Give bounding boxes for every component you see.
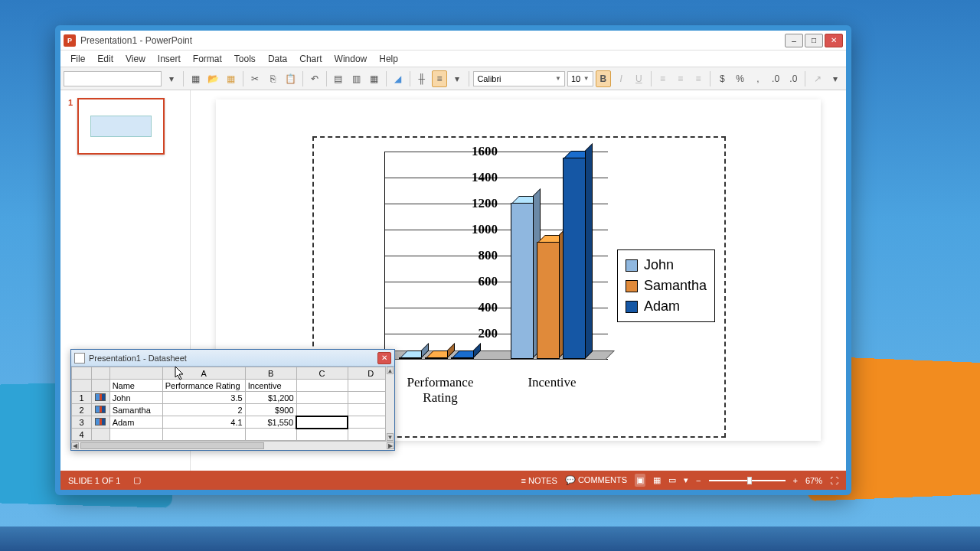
maximize-button[interactable] (805, 34, 823, 47)
y-axis-tick: 1200 (472, 196, 498, 211)
chart-bar (511, 203, 534, 359)
increase-decimal-icon[interactable]: .0 (768, 70, 783, 87)
cell[interactable] (162, 429, 245, 441)
italic-button[interactable]: I (613, 70, 629, 87)
cell[interactable]: $1,200 (245, 392, 296, 404)
chart-bar (399, 357, 422, 359)
menu-data[interactable]: Data (263, 52, 292, 66)
chart-bar (451, 357, 474, 359)
data-table-icon[interactable]: ▦ (366, 70, 381, 87)
more-options-icon[interactable]: ▾ (828, 70, 843, 87)
row-header[interactable]: 2 (72, 404, 92, 416)
name-box[interactable] (64, 71, 162, 86)
align-right-icon[interactable]: ≡ (691, 70, 706, 87)
more-icon[interactable]: ▾ (449, 70, 465, 87)
menu-view[interactable]: View (120, 52, 151, 66)
cell[interactable] (296, 392, 348, 404)
copy-icon[interactable]: ⎘ (265, 70, 280, 87)
chart-bar (563, 158, 586, 360)
zoom-out-button[interactable]: − (696, 476, 701, 485)
value-axis-gridlines-icon[interactable]: ≡ (432, 70, 447, 87)
cell[interactable]: Incentive (245, 380, 296, 392)
windows-taskbar[interactable] (0, 527, 980, 551)
comma-icon[interactable]: , (750, 70, 766, 87)
cell[interactable]: $1,550 (245, 416, 296, 429)
slide-thumbnail[interactable] (77, 98, 165, 155)
row-header[interactable]: 1 (72, 392, 92, 404)
cell[interactable] (245, 429, 296, 441)
cell[interactable]: $900 (245, 404, 296, 416)
cell[interactable] (296, 416, 348, 429)
row-header[interactable]: 4 (72, 429, 92, 441)
reading-view-icon[interactable]: ▭ (668, 475, 676, 485)
menu-window[interactable]: Window (329, 52, 373, 66)
menu-file[interactable]: File (65, 52, 90, 66)
normal-view-icon[interactable]: ▣ (635, 474, 645, 487)
horizontal-scrollbar[interactable]: ◀ ▶ (71, 441, 394, 450)
minimize-button[interactable] (785, 34, 803, 47)
category-axis-gridlines-icon[interactable]: ╫ (414, 70, 430, 87)
menu-insert[interactable]: Insert (152, 52, 186, 66)
slide-sorter-view-icon[interactable]: ▦ (653, 475, 661, 485)
fit-to-window-icon[interactable]: ⛶ (830, 476, 838, 485)
datasheet-close-button[interactable]: ✕ (377, 352, 391, 364)
menu-help[interactable]: Help (374, 52, 403, 66)
cell[interactable]: John (109, 392, 162, 404)
by-column-icon[interactable]: ▥ (348, 70, 364, 87)
slide-sorter-icon[interactable]: ▦ (188, 70, 203, 87)
dropdown-icon[interactable]: ▾ (164, 70, 179, 87)
zoom-level: 67% (805, 476, 822, 485)
decrease-decimal-icon[interactable]: .0 (786, 70, 801, 87)
open-icon[interactable]: 📂 (205, 70, 220, 87)
series-icon (95, 418, 106, 425)
cell[interactable] (109, 429, 162, 441)
cell[interactable]: Name (109, 380, 162, 392)
cell[interactable]: Samantha (109, 404, 162, 416)
underline-button[interactable]: U (631, 70, 646, 87)
zoom-in-button[interactable]: + (793, 476, 798, 485)
comments-button[interactable]: 💬 COMMENTS (565, 475, 627, 485)
align-center-icon[interactable]: ≡ (673, 70, 688, 87)
menu-tools[interactable]: Tools (229, 52, 261, 66)
table-icon[interactable]: ▦ (224, 70, 239, 87)
zoom-slider[interactable] (709, 480, 786, 481)
percent-icon[interactable]: % (732, 70, 747, 87)
cut-icon[interactable]: ✂ (247, 70, 263, 87)
vertical-scrollbar[interactable]: ▲ ▼ (385, 367, 394, 441)
spellcheck-icon[interactable]: ▢ (131, 474, 143, 487)
cell[interactable]: Adam (109, 416, 162, 429)
font-select[interactable]: Calibri▼ (473, 71, 565, 86)
font-size-select[interactable]: 10▼ (567, 71, 593, 86)
datasheet-titlebar[interactable]: Presentation1 - Datasheet ✕ (71, 350, 394, 367)
font-size: 10 (571, 74, 580, 83)
column-header[interactable]: C (296, 367, 348, 380)
cell[interactable]: Performance Rating (162, 380, 245, 392)
titlebar: P Presentation1 - PowerPoint (60, 31, 846, 51)
menu-chart[interactable]: Chart (294, 52, 327, 66)
by-row-icon[interactable]: ▤ (331, 70, 346, 87)
cell[interactable] (296, 404, 348, 416)
y-axis-tick: 600 (479, 274, 498, 289)
close-button[interactable] (825, 34, 843, 47)
menu-format[interactable]: Format (188, 52, 227, 66)
paste-icon[interactable]: 📋 (283, 70, 298, 87)
angle-text-icon[interactable]: ↗ (809, 70, 825, 87)
bold-button[interactable]: B (596, 70, 611, 87)
align-left-icon[interactable]: ≡ (655, 70, 670, 87)
cell[interactable]: 3.5 (162, 392, 245, 404)
undo-icon[interactable]: ↶ (307, 70, 322, 87)
cell[interactable] (296, 429, 348, 441)
notes-button[interactable]: ≡ NOTES (521, 476, 557, 485)
datasheet-grid[interactable]: ABCDNamePerformance RatingIncentive1John… (71, 367, 394, 441)
column-header[interactable]: B (245, 367, 296, 380)
cell[interactable]: 2 (162, 404, 245, 416)
datasheet-title: Presentation1 - Datasheet (89, 354, 187, 363)
currency-icon[interactable]: $ (714, 70, 730, 87)
y-axis-tick: 1400 (472, 170, 498, 185)
column-header[interactable]: A (162, 367, 245, 380)
row-header[interactable]: 3 (72, 416, 92, 429)
fill-color-icon[interactable]: ◢ (390, 70, 406, 87)
slideshow-view-icon[interactable]: ▾ (684, 475, 688, 485)
cell[interactable]: 4.1 (162, 416, 245, 429)
menu-edit[interactable]: Edit (92, 52, 119, 66)
